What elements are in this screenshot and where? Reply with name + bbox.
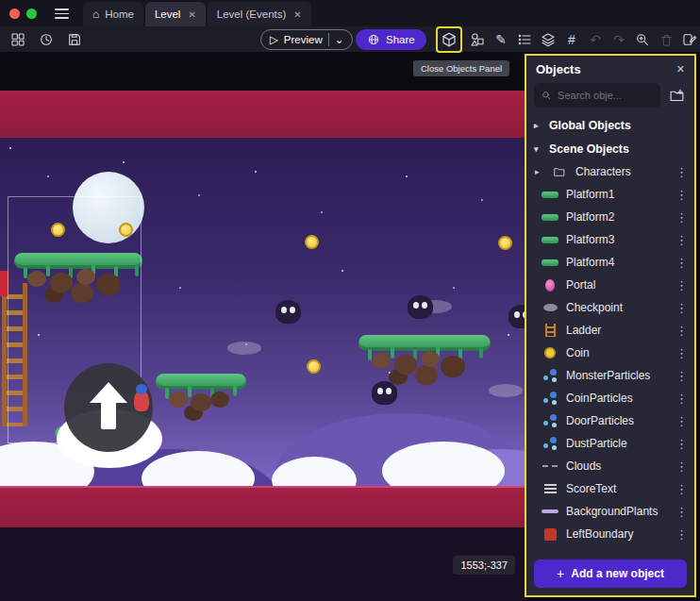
item-menu-icon[interactable]: ⋮ <box>675 459 687 474</box>
object-item-platform2[interactable]: Platform2 ⋮ <box>526 206 694 228</box>
object-label: CoinParticles <box>566 392 669 405</box>
item-menu-icon[interactable]: ⋮ <box>675 527 687 542</box>
tab-level-events[interactable]: Level (Events) ✕ <box>208 2 311 26</box>
player-character-instance[interactable] <box>134 391 149 411</box>
item-menu-icon[interactable]: ⋮ <box>675 324 687 338</box>
text-object-icon <box>541 481 559 496</box>
chevron-down-icon[interactable]: ⌄ <box>335 33 344 46</box>
stars-decoration <box>9 147 11 149</box>
tab-home[interactable]: ⌂ Home <box>83 2 143 26</box>
group-scene-objects[interactable]: ▾ Scene Objects <box>526 137 694 160</box>
checkpoint-instance[interactable] <box>227 342 261 355</box>
object-item-leftboundary[interactable]: LeftBoundary ⋮ <box>526 523 694 545</box>
edit-properties-icon[interactable] <box>681 31 698 48</box>
object-label: DoorParticles <box>566 414 669 427</box>
item-menu-icon[interactable]: ⋮ <box>675 256 687 270</box>
object-item-monsterparticles[interactable]: MonsterParticles ⋮ <box>526 364 694 387</box>
instances-list-icon[interactable] <box>516 31 533 48</box>
object-item-platform3[interactable]: Platform3 ⋮ <box>526 228 694 251</box>
grid-icon[interactable]: # <box>563 31 580 48</box>
object-item-coinparticles[interactable]: CoinParticles ⋮ <box>526 387 694 409</box>
scene-editor-canvas[interactable]: 1553;-337 <box>0 53 525 601</box>
item-menu-icon[interactable]: ⋮ <box>675 233 687 247</box>
preview-button[interactable]: ▷ Preview ⌄ <box>260 29 353 50</box>
search-input[interactable] <box>558 90 653 101</box>
layers-icon[interactable] <box>540 31 557 48</box>
objects-panel-toggle-icon[interactable] <box>441 31 458 48</box>
item-menu-icon[interactable]: ⋮ <box>675 278 687 292</box>
monster-instance[interactable] <box>408 295 433 319</box>
undo-icon[interactable]: ↶ <box>587 31 604 48</box>
object-item-checkpoint[interactable]: Checkpoint ⋮ <box>526 296 694 319</box>
item-menu-icon[interactable]: ⋮ <box>675 505 687 519</box>
checkpoint-instance[interactable] <box>489 384 523 397</box>
object-item-coin[interactable]: Coin ⋮ <box>526 342 694 364</box>
object-item-scoretext[interactable]: ScoreText ⋮ <box>526 477 694 500</box>
window-zoom-button[interactable] <box>26 8 37 19</box>
play-icon: ▷ <box>270 33 278 46</box>
item-menu-icon[interactable]: ⋮ <box>675 369 687 383</box>
platform-instance[interactable] <box>358 335 491 385</box>
platform-grass <box>358 335 491 351</box>
object-item-backgroundplants[interactable]: BackgroundPlants ⋮ <box>526 500 694 523</box>
item-menu-icon[interactable]: ⋮ <box>675 188 687 202</box>
monster-instance[interactable] <box>508 305 525 328</box>
item-menu-icon[interactable]: ⋮ <box>675 437 687 451</box>
item-menu-icon[interactable]: ⋮ <box>675 414 687 428</box>
add-new-object-button[interactable]: + Add a new object <box>534 559 687 588</box>
item-menu-icon[interactable]: ⋮ <box>675 346 687 360</box>
item-menu-icon[interactable]: ⋮ <box>675 165 687 179</box>
new-folder-icon[interactable] <box>666 85 687 106</box>
plants-icon <box>541 504 559 519</box>
particles-icon <box>541 391 559 406</box>
share-label: Share <box>386 34 415 45</box>
object-item-platform4[interactable]: Platform4 ⋮ <box>526 251 694 274</box>
particles-icon <box>541 413 559 428</box>
close-tab-icon[interactable]: ✕ <box>188 9 195 20</box>
platform-instance[interactable] <box>156 374 246 424</box>
search-box[interactable] <box>534 83 660 108</box>
object-folder-characters[interactable]: ▸ Characters ⋮ <box>526 160 694 183</box>
object-groups-icon[interactable] <box>469 31 486 48</box>
coin-instance[interactable] <box>307 359 321 374</box>
share-button[interactable]: Share <box>356 29 426 50</box>
object-label: ScoreText <box>566 482 669 495</box>
chevron-right-icon[interactable]: ▸ <box>534 121 542 130</box>
history-icon[interactable] <box>38 31 55 48</box>
item-menu-icon[interactable]: ⋮ <box>675 392 687 406</box>
coin-instance[interactable] <box>305 235 319 249</box>
group-label: Scene Objects <box>549 142 629 156</box>
object-item-dustparticle[interactable]: DustParticle ⋮ <box>526 432 694 455</box>
item-menu-icon[interactable]: ⋮ <box>675 301 687 315</box>
ladder-icon <box>541 323 559 338</box>
add-button-label: Add a new object <box>571 567 664 580</box>
edit-pencil-icon[interactable]: ✎ <box>492 31 509 48</box>
object-item-clouds[interactable]: Clouds ⋮ <box>526 455 694 477</box>
object-item-platform1[interactable]: Platform1 ⋮ <box>526 183 694 206</box>
home-icon: ⌂ <box>92 8 99 21</box>
close-panel-icon[interactable]: ✕ <box>676 63 685 75</box>
window-close-button[interactable] <box>9 8 20 19</box>
title-bar: ⌂ Home Level ✕ Level (Events) ✕ <box>0 0 700 26</box>
close-tab-icon[interactable]: ✕ <box>293 9 301 20</box>
delete-icon[interactable] <box>658 31 675 48</box>
main-menu-icon[interactable] <box>55 8 69 19</box>
item-menu-icon[interactable]: ⋮ <box>675 210 687 225</box>
chevron-down-icon[interactable]: ▾ <box>534 144 542 154</box>
object-item-doorparticles[interactable]: DoorParticles ⋮ <box>526 409 694 432</box>
monster-instance[interactable] <box>275 300 301 324</box>
item-menu-icon[interactable]: ⋮ <box>675 482 687 496</box>
object-item-ladder[interactable]: Ladder ⋮ <box>526 319 694 342</box>
project-manager-icon[interactable] <box>9 31 26 48</box>
tab-level[interactable]: Level ✕ <box>145 2 206 26</box>
chevron-right-icon[interactable]: ▸ <box>535 167 543 176</box>
object-item-portal[interactable]: Portal ⋮ <box>526 274 694 296</box>
group-global-objects[interactable]: ▸ Global Objects <box>526 113 694 137</box>
coin-instance[interactable] <box>498 236 512 250</box>
object-label: Checkpoint <box>566 301 669 314</box>
redo-icon[interactable]: ↷ <box>610 31 627 48</box>
platform-dirt <box>358 351 491 385</box>
zoom-in-icon[interactable] <box>634 31 651 48</box>
save-icon[interactable] <box>66 31 83 48</box>
platform-grass <box>156 374 246 390</box>
